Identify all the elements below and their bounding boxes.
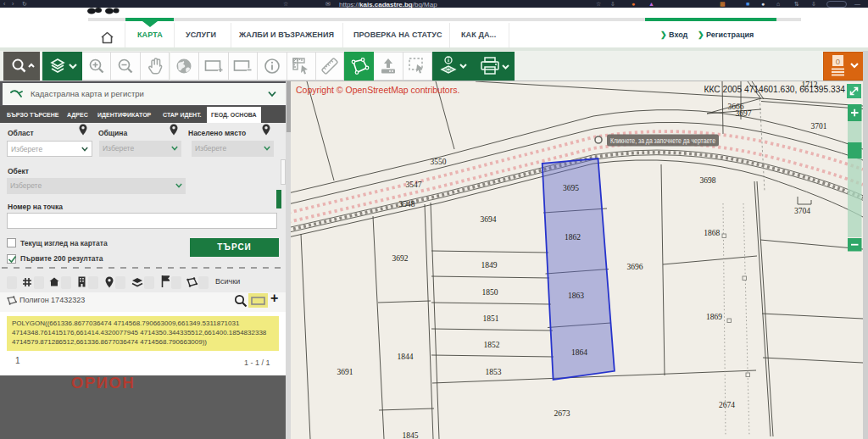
svg-text:1844: 1844 [398,353,414,361]
svg-text:1868: 1868 [704,229,720,237]
svg-text:1850: 1850 [482,288,498,297]
svg-text:3548: 3548 [399,200,415,208]
svg-text:1863: 1863 [568,292,584,300]
svg-text:3547: 3547 [406,181,422,189]
svg-text:3697: 3697 [736,109,752,118]
svg-text:1853: 1853 [486,368,502,376]
svg-text:3691: 3691 [337,368,353,376]
svg-text:1851: 1851 [483,314,499,323]
svg-text:1862: 1862 [565,233,581,242]
svg-text:3701: 3701 [811,122,827,131]
svg-text:3704: 3704 [794,207,810,215]
svg-text:3692: 3692 [392,254,409,263]
svg-text:1849: 1849 [481,261,498,270]
svg-text:2673: 2673 [554,409,570,418]
svg-text:Copyright © OpenStreetMap cont: Copyright © OpenStreetMap contributors. [296,85,459,95]
svg-text:1852: 1852 [484,341,500,349]
svg-text:3698: 3698 [700,176,716,185]
svg-text:1864: 1864 [571,348,587,357]
svg-text:0: 0 [836,57,840,66]
svg-text:1869: 1869 [706,313,722,321]
svg-text:3694: 3694 [481,215,497,224]
svg-text:3696: 3696 [627,263,643,271]
svg-text:2674: 2674 [719,401,735,409]
svg-text:Кликнете, за да започнете да ч: Кликнете, за да започнете да чертаете [610,136,715,145]
svg-text:ККС 2005 4714601.630, 661395.3: ККС 2005 4714601.630, 661395.334 [704,85,846,94]
svg-text:3550: 3550 [431,158,447,166]
svg-text:3695: 3695 [563,184,579,192]
svg-text:1845: 1845 [403,431,419,439]
